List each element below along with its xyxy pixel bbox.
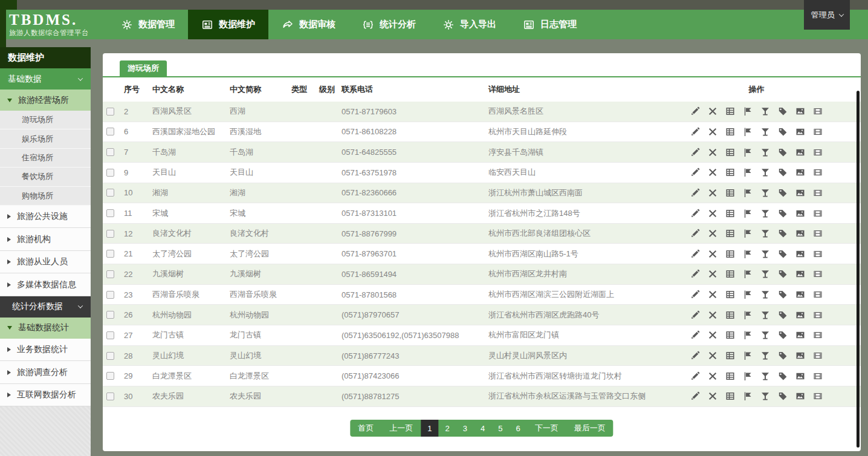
sidebar-item-section[interactable]: 统计分析数据 — [0, 296, 91, 318]
image-icon[interactable] — [795, 371, 805, 381]
glass-icon[interactable] — [760, 188, 770, 198]
tag-icon[interactable] — [778, 168, 788, 177]
row-checkbox[interactable] — [106, 311, 114, 319]
topnav-item[interactable]: 数据维护 — [188, 10, 268, 39]
delete-icon[interactable] — [708, 269, 717, 279]
edit-icon[interactable] — [690, 229, 700, 238]
edit-icon[interactable] — [690, 249, 700, 259]
image-icon[interactable] — [795, 330, 805, 340]
glass-icon[interactable] — [760, 391, 770, 401]
delete-icon[interactable] — [708, 351, 717, 360]
sidebar-item-parent[interactable]: 旅游从业人员 — [0, 251, 91, 274]
delete-icon[interactable] — [708, 229, 717, 238]
image-icon[interactable] — [795, 269, 805, 279]
film-icon[interactable] — [813, 188, 823, 198]
flag-icon[interactable] — [743, 391, 753, 401]
image-icon[interactable] — [795, 249, 805, 259]
tag-icon[interactable] — [778, 391, 788, 401]
sidebar-item-child[interactable]: 餐饮场所 — [0, 168, 91, 186]
tag-icon[interactable] — [778, 188, 788, 198]
page-button[interactable]: 5 — [491, 420, 509, 437]
detail-icon[interactable] — [725, 290, 735, 299]
detail-icon[interactable] — [725, 269, 735, 279]
page-button[interactable]: 下一页 — [527, 420, 566, 437]
flag-icon[interactable] — [743, 127, 753, 137]
delete-icon[interactable] — [708, 371, 717, 381]
tag-icon[interactable] — [778, 229, 788, 238]
page-button[interactable]: 上一页 — [381, 420, 421, 437]
sidebar-item-parent[interactable]: 旅游经营场所 — [0, 90, 91, 111]
page-button[interactable]: 1 — [421, 420, 438, 437]
detail-icon[interactable] — [725, 127, 735, 137]
topnav-item[interactable]: 日志管理 — [510, 10, 590, 39]
flag-icon[interactable] — [743, 351, 753, 360]
film-icon[interactable] — [813, 371, 823, 381]
detail-icon[interactable] — [725, 330, 735, 340]
film-icon[interactable] — [813, 249, 823, 259]
topnav-item[interactable]: 数据管理 — [108, 10, 188, 39]
tag-icon[interactable] — [778, 269, 788, 279]
detail-icon[interactable] — [725, 209, 735, 218]
film-icon[interactable] — [813, 209, 823, 218]
page-button[interactable]: 最后一页 — [566, 420, 614, 437]
glass-icon[interactable] — [760, 168, 770, 177]
image-icon[interactable] — [795, 148, 805, 157]
detail-icon[interactable] — [725, 106, 735, 116]
sidebar-item-parent[interactable]: 旅游调查分析 — [0, 361, 91, 384]
edit-icon[interactable] — [690, 148, 700, 157]
edit-icon[interactable] — [690, 127, 700, 137]
tag-icon[interactable] — [778, 330, 788, 340]
film-icon[interactable] — [813, 106, 823, 116]
image-icon[interactable] — [795, 391, 805, 401]
sidebar-item-child[interactable]: 住宿场所 — [0, 149, 91, 168]
scrollbar-thumb[interactable] — [857, 91, 860, 448]
edit-icon[interactable] — [690, 351, 700, 360]
film-icon[interactable] — [813, 330, 823, 340]
image-icon[interactable] — [795, 351, 805, 360]
film-icon[interactable] — [813, 127, 823, 137]
tag-icon[interactable] — [778, 290, 788, 299]
detail-icon[interactable] — [725, 310, 735, 320]
sidebar-item-parent[interactable]: 旅游机构 — [0, 228, 91, 251]
edit-icon[interactable] — [690, 269, 700, 279]
film-icon[interactable] — [813, 148, 823, 157]
row-checkbox[interactable] — [106, 250, 114, 258]
flag-icon[interactable] — [743, 330, 753, 340]
glass-icon[interactable] — [760, 290, 770, 299]
image-icon[interactable] — [795, 310, 805, 320]
row-checkbox[interactable] — [106, 128, 114, 135]
image-icon[interactable] — [795, 168, 805, 177]
detail-icon[interactable] — [725, 351, 735, 360]
row-checkbox[interactable] — [106, 169, 114, 177]
film-icon[interactable] — [813, 269, 823, 279]
flag-icon[interactable] — [743, 371, 753, 381]
tag-icon[interactable] — [778, 310, 788, 320]
delete-icon[interactable] — [708, 127, 717, 137]
glass-icon[interactable] — [760, 249, 770, 259]
glass-icon[interactable] — [760, 330, 770, 340]
page-button[interactable]: 3 — [456, 420, 474, 437]
edit-icon[interactable] — [690, 188, 700, 198]
sidebar-item-section[interactable]: 基础数据 — [0, 68, 91, 90]
sidebar-item-parent[interactable]: 旅游公共设施 — [0, 206, 91, 229]
glass-icon[interactable] — [760, 269, 770, 279]
edit-icon[interactable] — [690, 290, 700, 299]
tag-icon[interactable] — [778, 351, 788, 360]
film-icon[interactable] — [813, 290, 823, 299]
edit-icon[interactable] — [690, 168, 700, 177]
tag-icon[interactable] — [778, 209, 788, 218]
image-icon[interactable] — [795, 290, 805, 299]
row-checkbox[interactable] — [106, 230, 114, 238]
detail-icon[interactable] — [725, 168, 735, 177]
delete-icon[interactable] — [708, 148, 717, 157]
tag-icon[interactable] — [778, 106, 788, 116]
delete-icon[interactable] — [708, 106, 717, 116]
delete-icon[interactable] — [708, 249, 717, 259]
glass-icon[interactable] — [760, 229, 770, 238]
film-icon[interactable] — [813, 351, 823, 360]
topnav-item[interactable]: 统计分析 — [349, 10, 429, 39]
flag-icon[interactable] — [743, 209, 753, 218]
row-checkbox[interactable] — [106, 372, 114, 380]
glass-icon[interactable] — [760, 371, 770, 381]
flag-icon[interactable] — [743, 229, 753, 238]
